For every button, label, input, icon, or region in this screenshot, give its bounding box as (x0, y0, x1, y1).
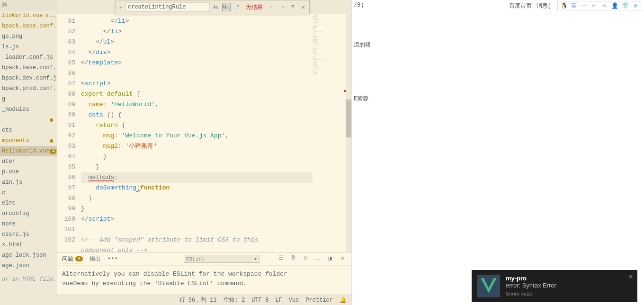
code-line[interactable]: } (81, 152, 313, 162)
file-item-label: mponents (2, 137, 29, 144)
tab-output[interactable]: 输出 (89, 255, 101, 263)
find-regex-icon[interactable]: .* (233, 3, 241, 11)
toast-close-icon[interactable]: ✕ (628, 273, 634, 280)
file-item[interactable]: nore (0, 219, 57, 229)
code-line[interactable]: export default { (81, 89, 313, 99)
file-item[interactable]: go.png (0, 31, 57, 42)
file-item[interactable]: p.vue (0, 167, 57, 177)
code-line[interactable]: name: 'HelloWorld', (81, 99, 313, 110)
file-item[interactable]: g (0, 94, 57, 104)
code-line[interactable]: </script> (81, 214, 313, 224)
gear-icon[interactable]: ⚙ (632, 2, 639, 9)
panel-lock-icon[interactable]: ⎘ (289, 255, 297, 263)
baidu-home-link[interactable]: 百度首页 (509, 2, 532, 10)
status-formatter[interactable]: Prettier (305, 297, 333, 304)
code-line[interactable]: </li> (81, 27, 313, 37)
find-close-icon[interactable]: ✕ (299, 4, 307, 11)
status-indent[interactable]: 空格: 2 (224, 296, 245, 304)
find-selection-icon[interactable]: ≡ (288, 4, 297, 10)
file-item[interactable]: orconfig (0, 208, 57, 219)
sidebar-header: 器 (0, 0, 57, 10)
scissors-icon[interactable]: ✂ (590, 2, 597, 9)
messages-link[interactable]: 消息( (537, 2, 551, 10)
status-language[interactable]: Vue (289, 297, 299, 304)
minimap[interactable]: &lt;/li&gt; &lt;/li&gt; &lt;/ul&gt; &lt;… (313, 14, 346, 252)
file-item[interactable]: bpack.base.conf.js (0, 63, 57, 73)
panel-close-icon[interactable]: ✕ (338, 255, 347, 263)
find-case-sensitive-icon[interactable]: Aa (212, 3, 220, 11)
code-line[interactable]: <!-- Add "scoped" attribute to limit CSS… (81, 235, 313, 245)
notification-toast[interactable]: my-pro error: Syntax Error SnoreToast ✕ (472, 270, 637, 302)
toast-body: error: Syntax Error (506, 282, 556, 289)
code-line[interactable]: } (81, 162, 313, 172)
file-item[interactable]: elrc (0, 198, 57, 208)
vertical-scrollbar[interactable] (346, 14, 351, 252)
line-number: 97 (57, 183, 75, 193)
file-item[interactable]: ls.js (0, 42, 57, 52)
file-item[interactable]: mponents (0, 135, 57, 146)
file-item-label: x.html (2, 242, 22, 248)
keyboard-icon[interactable]: ⌨ (601, 2, 608, 9)
find-toggle-replace-icon[interactable]: ▸ (118, 4, 124, 11)
file-item[interactable]: x.html (0, 240, 57, 250)
status-cursor-pos[interactable]: 行 96，列 11 (179, 296, 217, 304)
code-line[interactable]: <script> (81, 79, 313, 89)
code-line[interactable]: </li> (81, 16, 313, 27)
code-line[interactable]: msg: 'Welcome to Your Vue.js App', (81, 131, 313, 141)
code-line[interactable]: </div> (81, 47, 313, 58)
status-encoding[interactable]: UTF-8 (251, 297, 268, 304)
file-item[interactable]: bpack.dev.conf.js (0, 73, 57, 83)
line-number: 89 (57, 99, 75, 110)
file-item[interactable]: HelloWorld.vue4 (0, 146, 57, 156)
panel-filter-dropdown[interactable]: ESLint ▾ (184, 255, 259, 263)
code-content[interactable]: </li> </li> </ul> </div></template><scri… (81, 14, 313, 252)
panel-clear-icon[interactable]: ⎌ (301, 255, 310, 263)
code-line[interactable]: data () { (81, 110, 313, 120)
person-icon[interactable]: 👤 (611, 2, 618, 9)
file-item[interactable]: bpack.prod.conf.js (0, 83, 57, 94)
panel-filter-icon[interactable]: ☰ (277, 255, 285, 263)
file-item[interactable]: age.json (0, 260, 57, 271)
file-item[interactable]: lloWorld.vue m...4 (0, 10, 57, 21)
tab-problems[interactable]: 问题 4 (62, 255, 83, 263)
code-line[interactable] (81, 224, 313, 235)
code-line[interactable]: </template> (81, 58, 313, 68)
find-whole-word-icon[interactable]: Ab̲ (222, 3, 231, 11)
code-line[interactable]: component only --> (81, 245, 313, 252)
file-item[interactable]: c (0, 188, 57, 198)
tab-more-icon[interactable]: ••• (107, 256, 118, 262)
file-item[interactable]: ain.js (0, 177, 57, 188)
editor-body[interactable]: 8182838485868788899091929394959697989910… (57, 14, 351, 252)
panel-collapse-icon[interactable]: ︿ (313, 255, 322, 263)
penguin-icon[interactable]: 🐧 (561, 2, 567, 9)
code-line[interactable]: msg2: '小猪佩奇' (81, 141, 313, 152)
code-line[interactable]: doSomething:function (81, 183, 313, 193)
line-number: 83 (57, 37, 75, 47)
scrollbar-thumb[interactable] (346, 99, 351, 137)
file-item[interactable]: age-lock.json (0, 250, 57, 260)
find-prev-icon[interactable]: ← (268, 4, 276, 10)
find-input[interactable] (125, 2, 210, 12)
find-next-icon[interactable]: → (278, 4, 286, 10)
code-line[interactable]: </ul> (81, 37, 313, 47)
code-line[interactable]: methods: (81, 172, 313, 183)
file-item[interactable] (0, 115, 57, 125)
code-line[interactable]: } (81, 193, 313, 204)
code-line[interactable] (81, 68, 313, 79)
file-item[interactable]: cssrc.js (0, 229, 57, 240)
file-item-label: bpack.dev.conf.js (2, 75, 57, 81)
code-line[interactable]: } (81, 204, 313, 214)
file-item[interactable]: bpack.base.conf.js ... (0, 21, 57, 31)
code-line[interactable]: return { (81, 120, 313, 131)
sidebar-status: or an HTML file... (0, 274, 57, 284)
file-item[interactable]: uter (0, 156, 57, 167)
panel-maximize-icon[interactable]: ◨ (326, 255, 334, 263)
file-item[interactable]: ets (0, 125, 57, 135)
ime-indicator[interactable]: 英 (571, 2, 577, 10)
status-bell-icon[interactable]: 🔔 (340, 296, 347, 304)
status-eol[interactable]: LF (275, 297, 282, 304)
shirt-icon[interactable]: 👕 (622, 2, 628, 9)
file-item[interactable]: -loader.conf.js (0, 52, 57, 63)
file-item[interactable]: _modules (0, 104, 57, 115)
modified-dot-icon (50, 118, 53, 122)
